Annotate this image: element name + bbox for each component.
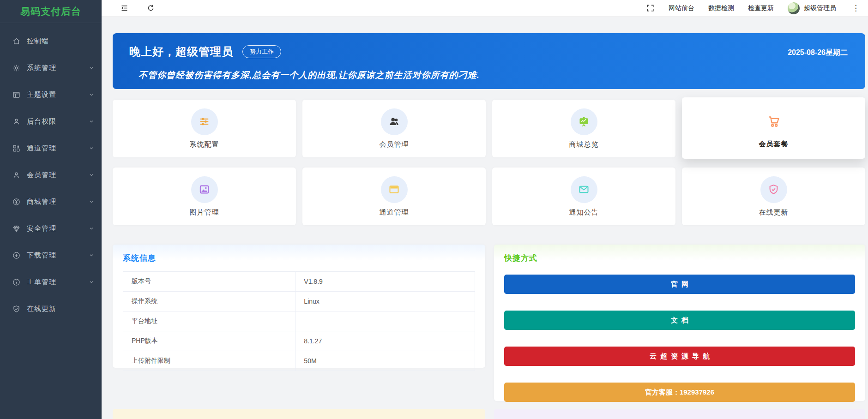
sidebar-item-system-mgmt[interactable]: 系统管理: [0, 54, 102, 81]
icon-circle: [191, 176, 218, 203]
system-info-panel: 系统信息 版本号 V1.8.9 操作系统 Linux 平台地址: [113, 245, 485, 368]
fullscreen-icon[interactable]: [646, 4, 655, 12]
sidebar-item-label: 下载管理: [27, 251, 89, 260]
chevron-down-icon: [89, 226, 94, 231]
card-notifications[interactable]: 通知公告: [492, 168, 675, 225]
quick-links-title: 快捷方式: [504, 253, 855, 263]
sidebar-item-online-update[interactable]: 在线更新: [0, 295, 102, 322]
icon-circle: [571, 108, 597, 135]
icon-circle: [381, 108, 408, 135]
table-row: PHP版本 8.1.27: [123, 331, 475, 351]
quick-links-panel: 快捷方式 官网 文档 云超资源导航 官方客服：192937926: [494, 245, 865, 401]
greeting-text: 晚上好，超级管理员: [129, 44, 233, 59]
sidebar-item-label: 后台权限: [27, 117, 89, 126]
sidebar-item-mall-mgmt[interactable]: 商城管理: [0, 188, 102, 215]
sidebar-item-label: 控制端: [27, 37, 94, 46]
user-icon: [12, 171, 21, 180]
card-label: 通知公告: [569, 208, 599, 217]
icon-circle: [760, 176, 787, 203]
card-member-mgmt[interactable]: 会员管理: [302, 100, 486, 157]
row-label: 操作系统: [123, 292, 295, 311]
chevron-down-icon: [89, 279, 94, 285]
row-label: 版本号: [123, 272, 295, 292]
user-icon: [12, 117, 21, 126]
docs-button[interactable]: 文档: [504, 311, 855, 330]
sidebar-menu: 控制端 系统管理 主题设置 后台权限 通道管理 会员管理: [0, 23, 102, 322]
welcome-banner: 晚上好，超级管理员 努力工作 2025-08-26星期二 不管你曾经被伤害得有多…: [113, 33, 865, 89]
row-label: 平台地址: [123, 311, 295, 331]
info-circle-icon: [12, 278, 21, 287]
card-label: 通道管理: [380, 208, 409, 217]
sidebar-item-admin-permissions[interactable]: 后台权限: [0, 108, 102, 135]
main-content: 晚上好，超级管理员 努力工作 2025-08-26星期二 不管你曾经被伤害得有多…: [102, 17, 868, 419]
support-qq-button[interactable]: 官方客服：192937926: [504, 383, 855, 402]
topbar-link-check-update[interactable]: 检查更新: [748, 4, 774, 12]
quick-card-grid: 系统配置 会员管理 商城总览 会员套餐 图片管理 通道管理 通知公告: [113, 100, 865, 225]
chevron-down-icon: [89, 92, 94, 97]
sidebar-item-label: 主题设置: [27, 90, 89, 99]
chevron-down-icon: [89, 145, 94, 151]
sidebar-item-label: 在线更新: [27, 305, 94, 313]
card-member-package[interactable]: 会员套餐: [682, 97, 865, 159]
sidebar-item-label: 通道管理: [27, 144, 89, 153]
window-card-icon: [388, 183, 400, 196]
icon-circle: [760, 108, 787, 135]
card-label: 会员管理: [380, 140, 409, 149]
card-online-update[interactable]: 在线更新: [682, 168, 865, 225]
sidebar-item-channel-mgmt[interactable]: 通道管理: [0, 135, 102, 162]
row-value: 8.1.27: [295, 331, 475, 351]
row-value: V1.8.9: [295, 272, 475, 292]
shield-check-icon: [12, 305, 21, 313]
chevron-down-icon: [89, 252, 94, 258]
card-mall-overview[interactable]: 商城总览: [492, 100, 675, 157]
card-label: 商城总览: [569, 140, 599, 149]
sliders-icon: [198, 115, 211, 128]
chevron-down-icon: [89, 119, 94, 124]
system-info-title: 系统信息: [123, 253, 475, 263]
sidebar-item-label: 会员管理: [27, 171, 89, 180]
user-menu[interactable]: 超级管理员: [788, 2, 836, 14]
chevron-down-icon: [89, 65, 94, 71]
icon-circle: [381, 176, 408, 203]
sidebar-item-member-mgmt[interactable]: 会员管理: [0, 162, 102, 188]
sidebar-item-ticket-mgmt[interactable]: 工单管理: [0, 269, 102, 295]
app-logo: 易码支付后台: [0, 0, 102, 23]
sidebar-item-label: 系统管理: [27, 64, 89, 72]
blocks-icon: [12, 144, 21, 153]
sidebar-item-download-mgmt[interactable]: 下载管理: [0, 242, 102, 269]
sidebar-item-security-mgmt[interactable]: 安全管理: [0, 215, 102, 242]
users-icon: [388, 115, 400, 128]
card-system-config[interactable]: 系统配置: [113, 100, 296, 157]
more-options-icon[interactable]: ⋮: [850, 3, 862, 13]
topbar-link-data-check[interactable]: 数据检测: [708, 4, 734, 12]
username: 超级管理员: [804, 4, 836, 12]
sidebar: 易码支付后台 控制端 系统管理 主题设置 后台权限 通道管理: [0, 0, 102, 419]
cart-icon: [766, 114, 782, 129]
sidebar-item-theme-settings[interactable]: 主题设置: [0, 81, 102, 108]
banner-date: 2025-08-26星期二: [788, 48, 848, 58]
work-status-badge: 努力工作: [242, 45, 281, 58]
table-row: 操作系统 Linux: [123, 292, 475, 311]
row-value: Linux: [295, 292, 475, 311]
card-label: 图片管理: [190, 208, 219, 217]
card-image-mgmt[interactable]: 图片管理: [113, 168, 296, 225]
row-label: 上传附件限制: [123, 351, 295, 371]
official-site-button[interactable]: 官网: [504, 275, 855, 294]
gear-icon: [12, 64, 21, 72]
icon-circle: [571, 176, 597, 203]
presentation-icon: [578, 115, 590, 128]
card-channel-mgmt[interactable]: 通道管理: [302, 168, 486, 225]
row-label: PHP版本: [123, 331, 295, 351]
system-info-table: 版本号 V1.8.9 操作系统 Linux 平台地址 PHP版本 8.1.27: [123, 271, 475, 371]
gem-icon: [12, 224, 21, 233]
image-icon: [198, 183, 211, 196]
resource-nav-button[interactable]: 云超资源导航: [504, 347, 855, 366]
chevron-down-icon: [89, 172, 94, 178]
refresh-icon[interactable]: [146, 4, 155, 12]
table-row: 上传附件限制 50M: [123, 351, 475, 371]
daily-quote: 不管你曾经被伤害得有多深,总会有一个人的出现,让你原谅之前生活对你所有的刁难.: [139, 69, 849, 81]
topbar-link-site-front[interactable]: 网站前台: [669, 4, 694, 12]
collapse-sidebar-icon[interactable]: [120, 4, 129, 12]
footer-panels: [113, 409, 865, 419]
sidebar-item-console[interactable]: 控制端: [0, 28, 102, 54]
